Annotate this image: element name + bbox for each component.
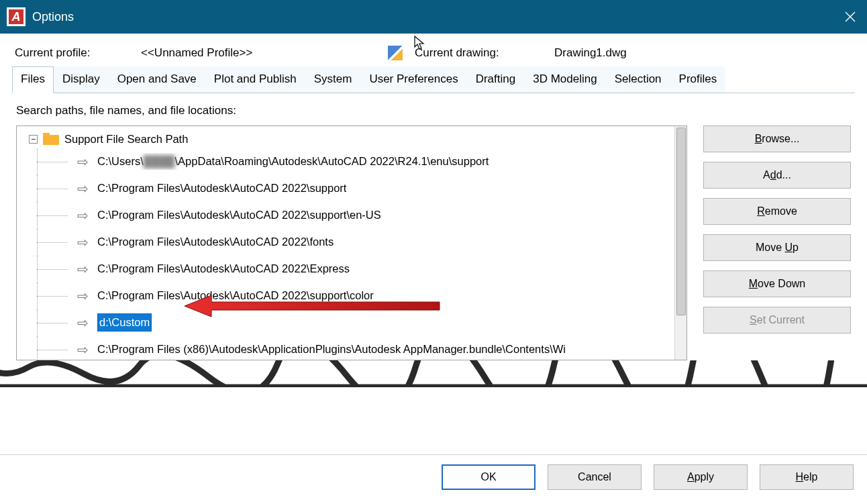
tree-item[interactable]: ⇨ C:\Program Files\Autodesk\AutoCAD 2022… [74,229,685,256]
arrow-right-icon: ⇨ [74,259,91,279]
cancel-button[interactable]: Cancel [548,464,642,490]
arrow-right-icon: ⇨ [74,232,91,252]
tree-item[interactable]: ⇨ C:\Program Files\Autodesk\AutoCAD 2022… [74,283,685,309]
header-row: Current profile: <<Unnamed Profile>> Cur… [0,34,867,66]
tabs: Files Display Open and Save Plot and Pub… [12,66,855,93]
redacted-user: ████ [144,155,175,167]
tree-item[interactable]: ⇨ C:\Program Files\Autodesk\AutoCAD 2022… [74,256,685,283]
app-badge-letter: A [9,9,23,24]
add-button[interactable]: Add... [703,162,851,189]
tree-item-selected[interactable]: ⇨ d:\Custom [74,309,685,336]
move-down-button[interactable]: Move Down [703,270,851,297]
path-value: C:\Program Files\Autodesk\AutoCAD 2022\E… [97,260,350,277]
current-drawing-label: Current drawing: [415,46,549,60]
arrow-right-icon: ⇨ [74,152,91,172]
torn-edge-decoration [0,360,867,387]
tree-item[interactable]: ⇨ C:\Program Files (x86)\Autodesk\Applic… [74,336,685,360]
close-button[interactable] [833,0,867,34]
collapse-toggle[interactable]: − [29,135,38,144]
section-label: Search paths, file names, and file locat… [16,104,851,117]
current-drawing-value: Drawing1.dwg [554,46,627,60]
path-value: C:\Program Files\Autodesk\AutoCAD 2022\f… [97,234,334,250]
remove-button[interactable]: Remove [703,198,851,225]
tab-system[interactable]: System [305,66,361,93]
arrow-right-icon: ⇨ [74,340,91,360]
tab-3d-modeling[interactable]: 3D Modeling [524,66,605,93]
side-buttons: Browse... Add... Remove Move Up Move Dow… [703,125,851,334]
tab-open-and-save[interactable]: Open and Save [109,66,205,93]
apply-button[interactable]: Apply [654,464,748,490]
path-prefix: C:\Users\ [97,155,144,167]
tree-root-label: Support File Search Path [64,131,188,148]
drawing-icon [388,46,403,60]
tab-plot-and-publish[interactable]: Plot and Publish [205,66,305,93]
set-current-button: Set Current [703,307,851,334]
tab-files[interactable]: Files [12,66,54,93]
titlebar: A Options [0,0,867,34]
help-button[interactable]: Help [760,464,854,490]
tree-root[interactable]: − Support File Search Path [29,130,685,148]
tree-item[interactable]: ⇨ C:\Program Files\Autodesk\AutoCAD 2022… [74,202,685,229]
move-up-button[interactable]: Move Up [703,234,851,261]
arrow-right-icon: ⇨ [74,286,91,306]
scrollbar[interactable] [674,126,686,360]
browse-button[interactable]: Browse... [703,125,851,152]
tree-item[interactable]: ⇨ C:\Program Files\Autodesk\AutoCAD 2022… [74,175,685,202]
path-value: d:\Custom [97,313,152,332]
tree-item[interactable]: ⇨ C:\Users\████\AppData\Roaming\Autodesk… [74,148,685,175]
tab-user-preferences[interactable]: User Preferences [360,66,466,93]
arrow-right-icon: ⇨ [74,205,91,225]
folder-icon [43,133,59,145]
tree-container: − Support File Search Path ⇨ C:\Users\██… [16,125,687,360]
tree[interactable]: − Support File Search Path ⇨ C:\Users\██… [17,126,686,360]
path-value: C:\Program Files (x86)\Autodesk\Applicat… [97,341,566,358]
tab-profiles[interactable]: Profiles [670,66,726,93]
path-value: C:\Users\████\AppData\Roaming\Autodesk\A… [97,153,489,170]
path-value: C:\Program Files\Autodesk\AutoCAD 2022\s… [97,287,374,304]
arrow-right-icon: ⇨ [74,313,91,333]
window-title: Options [32,10,74,24]
app-badge: A [7,7,26,26]
tab-selection[interactable]: Selection [606,66,670,93]
path-value: C:\Program Files\Autodesk\AutoCAD 2022\s… [97,180,346,197]
path-value: C:\Program Files\Autodesk\AutoCAD 2022\s… [97,207,381,223]
files-tab-content: Search paths, file names, and file locat… [0,93,867,360]
current-profile-label: Current profile: [15,46,136,60]
tab-display[interactable]: Display [54,66,109,93]
path-suffix: \AppData\Roaming\Autodesk\AutoCAD 2022\R… [175,155,489,167]
current-profile-value: <<Unnamed Profile>> [141,46,382,60]
ok-button[interactable]: OK [442,464,536,490]
close-icon [845,11,856,22]
arrow-right-icon: ⇨ [74,179,91,199]
scrollbar-thumb[interactable] [676,128,686,315]
tab-drafting[interactable]: Drafting [467,66,525,93]
footer: OK Cancel Apply Help [0,454,867,502]
